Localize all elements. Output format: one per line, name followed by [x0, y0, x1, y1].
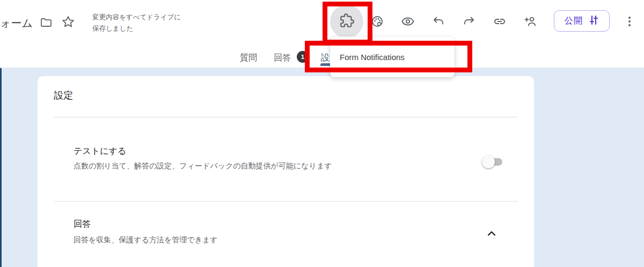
person-add-icon [524, 15, 537, 28]
tab-questions[interactable]: 質問 [240, 53, 257, 64]
tab-responses[interactable]: 回答 [274, 53, 291, 64]
settings-card: 設定 テストにする 点数の割り当て、解答の設定、フィードバックの自動提供が可能に… [38, 76, 534, 267]
more-options-button[interactable] [623, 15, 636, 28]
form-title[interactable]: ォーム [0, 16, 33, 31]
left-edge-strip [0, 68, 2, 267]
save-status-text: 変更内容をすべてドライブに保存しました [92, 12, 185, 34]
responses-section-title: 回答 [74, 219, 91, 230]
menu-item-form-notifications[interactable]: Form Notifications [330, 53, 455, 62]
star-icon [61, 15, 75, 29]
chevron-up-icon [487, 229, 496, 239]
kebab-menu-icon [623, 15, 636, 28]
eye-icon [401, 15, 414, 28]
publish-button[interactable]: 公開 [554, 10, 610, 32]
quiz-toggle[interactable] [482, 155, 503, 168]
theme-button[interactable] [371, 15, 384, 28]
toggle-knob [482, 155, 495, 168]
responses-section-description: 回答を収集、保護する方法を管理できます [74, 235, 218, 245]
copy-link-button[interactable] [493, 15, 506, 28]
redo-icon [463, 15, 475, 28]
star-button[interactable] [62, 16, 75, 28]
share-button[interactable] [524, 15, 537, 28]
settings-card-title: 設定 [54, 89, 73, 102]
publish-settings-sliders-icon [588, 14, 599, 28]
collapse-responses-button[interactable] [484, 226, 499, 241]
move-to-folder-button[interactable] [40, 16, 53, 29]
divider [54, 201, 518, 202]
preview-button[interactable] [401, 15, 414, 28]
undo-button[interactable] [432, 15, 445, 28]
tab-settings[interactable]: 設 [321, 53, 330, 64]
publish-label: 公開 [565, 15, 583, 27]
link-icon [493, 15, 506, 28]
redo-button[interactable] [463, 15, 475, 28]
addons-button[interactable] [330, 5, 363, 38]
divider [54, 117, 518, 117]
addons-dropdown-menu: Form Notifications [330, 36, 455, 77]
folder-icon [40, 16, 53, 29]
quiz-setting-title: テストにする [74, 146, 126, 157]
puzzle-piece-icon [340, 13, 354, 30]
palette-icon [371, 15, 384, 28]
undo-icon [432, 15, 445, 28]
responses-count-badge: 1 [297, 51, 309, 63]
top-app-bar: ォーム 変更内容をすべてドライブに保存しました [0, 0, 644, 68]
quiz-setting-description: 点数の割り当て、解答の設定、フィードバックの自動提供が可能になります [74, 161, 332, 171]
